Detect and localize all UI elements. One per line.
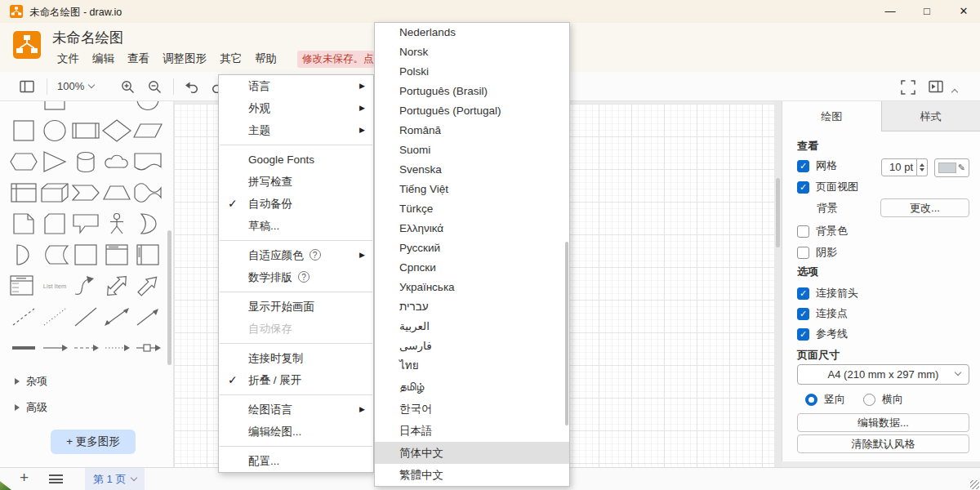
extras-menu-item-5[interactable]: 拼写检查	[219, 171, 373, 193]
sidebar-section-advanced[interactable]: 高级	[15, 400, 47, 415]
shape-vertical-container[interactable]	[101, 243, 132, 267]
extras-menu-item-21[interactable]: 配置...	[219, 450, 373, 472]
clear-default-style-button[interactable]: 清除默认风格	[797, 434, 969, 453]
shape-actor[interactable]	[101, 212, 132, 236]
language-option-11[interactable]: Русский	[375, 238, 569, 258]
shape-trapezoid[interactable]	[101, 180, 132, 205]
shape-ellipse[interactable]	[39, 118, 70, 143]
toggle-format-panel-icon[interactable]	[929, 80, 943, 93]
page-view-checkbox[interactable]: ✓	[797, 181, 809, 194]
menubar-item-file[interactable]: 文件	[57, 51, 79, 66]
zoom-in-icon[interactable]	[121, 80, 135, 94]
shape-square[interactable]	[39, 101, 70, 112]
shape-triangle[interactable]	[39, 149, 70, 174]
language-option-12[interactable]: Српски	[375, 258, 569, 278]
shape-or[interactable]	[132, 212, 163, 236]
canvas-vertical-scrollbar[interactable]	[776, 178, 780, 247]
extras-menu-item-1[interactable]: 外观▶	[219, 97, 373, 119]
grid-color-button[interactable]: ✎	[934, 158, 969, 177]
shape-dashed-line[interactable]	[8, 305, 39, 329]
edit-data-button[interactable]: 编辑数据...	[797, 413, 969, 432]
close-button[interactable]: ✕	[947, 0, 980, 23]
menubar-item-extras[interactable]: 其它	[220, 51, 242, 66]
shape-thick-arrow[interactable]	[132, 274, 163, 298]
change-background-button[interactable]: 更改...	[880, 198, 969, 217]
language-option-20[interactable]: 日本語	[375, 420, 569, 442]
collapse-toolbar-icon[interactable]	[952, 83, 957, 98]
shape-dotted-arrow[interactable]	[101, 336, 132, 360]
toggle-shapes-panel-icon[interactable]	[20, 80, 34, 93]
shape-dashed-arrow[interactable]	[70, 336, 101, 360]
minimize-button[interactable]: —	[874, 0, 906, 23]
shape-labeled-edge[interactable]	[132, 336, 163, 360]
shape-internal-storage[interactable]	[8, 180, 39, 205]
undo-icon[interactable]	[185, 80, 199, 93]
resize-grip[interactable]	[970, 480, 979, 489]
language-option-3[interactable]: Português (Brasil)	[375, 82, 569, 101]
extras-menu-item-15[interactable]: 连接时复制	[219, 347, 373, 369]
language-menu-scrollbar[interactable]	[565, 242, 568, 425]
shape-data-storage[interactable]	[39, 243, 70, 267]
shape-note[interactable]	[8, 212, 39, 236]
shape-ellipse[interactable]	[132, 101, 163, 112]
language-option-19[interactable]: 한국어	[375, 398, 569, 420]
maximize-button[interactable]: □	[911, 0, 943, 23]
connection-arrows-checkbox[interactable]: ✓	[797, 287, 809, 300]
sidebar-scrollbar[interactable]	[167, 230, 172, 365]
document-title[interactable]: 未命名绘图	[52, 28, 124, 47]
language-option-17[interactable]: ไทย	[375, 356, 569, 376]
language-option-14[interactable]: עברית	[375, 297, 569, 317]
grid-size-stepper[interactable]	[917, 158, 928, 176]
menubar-item-edit[interactable]: 编辑	[92, 51, 114, 66]
language-option-5[interactable]: Română	[375, 121, 569, 140]
language-option-9[interactable]: Türkçe	[375, 199, 569, 219]
grid-checkbox[interactable]: ✓	[797, 160, 809, 172]
shape-cylinder[interactable]	[70, 149, 101, 174]
language-option-0[interactable]: Nederlands	[375, 23, 569, 42]
language-option-8[interactable]: Tiếng Việt	[375, 180, 569, 199]
menubar-item-arrange[interactable]: 调整图形	[163, 51, 207, 66]
language-option-1[interactable]: Norsk	[375, 42, 569, 62]
shape-list[interactable]	[8, 274, 39, 298]
extras-menu-item-0[interactable]: 语言▶	[219, 75, 373, 97]
shape-step[interactable]	[70, 180, 101, 205]
shape-bidirectional-arrow[interactable]	[101, 274, 132, 298]
shape-parallelogram[interactable]	[132, 118, 163, 143]
shadow-checkbox[interactable]	[797, 247, 809, 259]
language-option-15[interactable]: العربية	[375, 317, 569, 336]
shape-hexagon[interactable]	[8, 149, 39, 174]
language-option-16[interactable]: فارسی	[375, 336, 569, 356]
shape-and[interactable]	[8, 243, 39, 267]
language-option-13[interactable]: Українська	[375, 278, 569, 297]
extras-menu-item-10[interactable]: 数学排版?	[219, 266, 373, 288]
language-option-18[interactable]: தமிழ்	[375, 376, 569, 398]
extras-menu-item-9[interactable]: 自适应颜色?▶	[219, 244, 373, 266]
shape-curve[interactable]	[70, 274, 101, 298]
unsaved-changes-badge[interactable]: 修改未保存。点	[297, 51, 374, 68]
extras-menu-item-7[interactable]: 草稿...	[219, 215, 373, 237]
language-option-22[interactable]: 繁體中文	[375, 464, 569, 486]
extras-menu-item-6[interactable]: ✓自动备份	[219, 193, 373, 215]
menubar-item-help[interactable]: 帮助	[255, 51, 277, 66]
shape-cloud[interactable]	[101, 149, 132, 174]
language-option-7[interactable]: Svenska	[375, 160, 569, 180]
language-option-21[interactable]: 简体中文	[375, 442, 569, 464]
extras-menu-item-19[interactable]: 编辑绘图...	[219, 421, 373, 443]
shape-container[interactable]	[70, 243, 101, 267]
extras-menu-item-4[interactable]: Google Fonts	[219, 149, 373, 171]
sidebar-section-misc[interactable]: 杂项	[15, 374, 47, 389]
shape-horizontal-container[interactable]	[132, 243, 163, 267]
shape-document[interactable]	[132, 149, 163, 174]
language-option-6[interactable]: Suomi	[375, 140, 569, 160]
shape-callout[interactable]	[70, 212, 101, 236]
extras-menu-item-16[interactable]: ✓折叠 / 展开	[219, 369, 373, 391]
guides-checkbox[interactable]: ✓	[797, 328, 809, 341]
page-size-select[interactable]: A4 (210 mm x 297 mm)	[797, 364, 969, 385]
extras-menu-item-18[interactable]: 绘图语言▶	[219, 399, 373, 421]
menubar-item-view[interactable]: 查看	[127, 51, 149, 66]
pages-menu-icon[interactable]	[49, 474, 63, 483]
tab-style[interactable]: 样式	[882, 101, 980, 131]
landscape-radio[interactable]	[863, 394, 875, 406]
add-page-button[interactable]: +	[20, 469, 29, 487]
language-option-2[interactable]: Polski	[375, 62, 569, 82]
